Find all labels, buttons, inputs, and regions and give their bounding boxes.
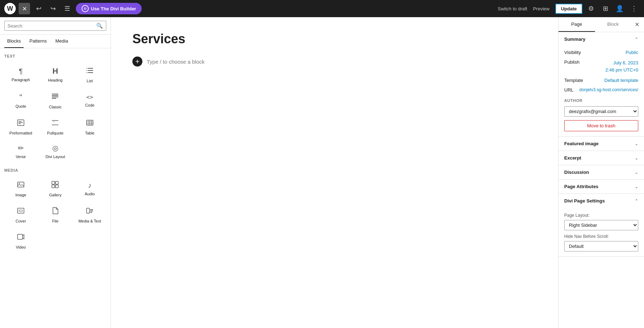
block-label-divi-layout: Divi Layout [45,155,65,159]
block-item-video[interactable]: Video [4,228,37,253]
undo-icon: ↩ [36,5,42,13]
page-attributes-header[interactable]: Page Attributes ⌄ [558,180,644,194]
block-item-divi-layout[interactable]: ◎ Divi Layout [39,140,72,162]
template-value[interactable]: Default template [604,78,638,83]
block-item-heading[interactable]: H Heading [39,62,72,87]
tab-page[interactable]: Page [558,17,595,32]
page-attributes-chevron-icon: ⌄ [635,184,638,189]
summary-section-header[interactable]: Summary ⌃ [558,32,644,46]
page-attributes-section: Page Attributes ⌄ [558,180,644,194]
svg-rect-9 [52,94,58,94]
page-title-input[interactable] [132,31,537,46]
svg-rect-24 [52,181,55,184]
featured-image-chevron-icon: ⌄ [635,141,638,146]
tab-blocks[interactable]: Blocks [4,35,24,48]
divi-settings-title: Divi Page Settings [564,198,605,204]
block-item-media-text[interactable]: Media & Text [73,202,106,227]
block-item-pullquote[interactable]: " Pullquote [39,114,72,139]
block-label-classic: Classic [49,105,62,109]
svg-rect-0 [87,68,87,69]
author-select[interactable]: deezgrafix@gmail.com [564,106,638,117]
svg-rect-15 [52,125,58,126]
block-item-code[interactable]: <> Code [73,88,106,113]
tab-patterns[interactable]: Patterns [26,35,49,48]
blocks-tabs: Blocks Patterns Media [0,35,111,48]
block-item-gallery[interactable]: Gallery [39,176,72,201]
block-item-cover[interactable]: Cover [4,202,37,227]
update-button[interactable]: Update [555,4,582,14]
svg-rect-22 [18,182,24,187]
move-to-trash-button[interactable]: Move to trash [564,120,638,131]
use-divi-builder-button[interactable]: D Use The Divi Builder [76,3,142,14]
search-input[interactable] [8,23,94,29]
block-label-media-text: Media & Text [78,219,101,223]
summary-title: Summary [564,36,585,42]
svg-rect-13 [19,123,21,124]
block-item-file[interactable]: File [39,202,72,227]
tab-block[interactable]: Block [595,17,631,32]
more-options-icon[interactable]: ⋮ [628,3,640,14]
search-input-wrap[interactable]: 🔍 [4,21,106,31]
divi-settings-header[interactable]: Divi Page Settings ⌃ [558,194,644,208]
undo-button[interactable]: ↩ [33,3,44,14]
svg-rect-12 [19,122,23,123]
list-block-icon [86,66,94,76]
add-block-button[interactable]: + [132,57,142,67]
block-item-quote[interactable]: " Quote [4,88,37,113]
wordpress-logo: W [4,3,16,14]
visibility-value[interactable]: Public [626,50,638,55]
block-item-table[interactable]: Table [73,114,106,139]
block-item-image[interactable]: Image [4,176,37,201]
block-item-classic[interactable]: Classic [39,88,72,113]
block-label-audio: Audio [85,192,95,196]
block-label-verse: Verse [16,155,26,159]
svg-rect-17 [87,120,93,125]
close-button[interactable]: ✕ [19,3,30,14]
visibility-label: Visibility [564,50,581,55]
publish-value[interactable]: July 6, 20232:46 pm UTC+0 [605,59,638,73]
settings-icon[interactable]: ⚙ [585,3,597,14]
svg-rect-3 [88,70,93,71]
discussion-header[interactable]: Discussion ⌄ [558,165,644,179]
template-label: Template [564,78,583,83]
page-layout-select[interactable]: Right Sidebar Left Sidebar Full Width No… [564,220,638,230]
right-panel-close-button[interactable]: ✕ [631,19,643,30]
block-placeholder[interactable]: + Type / to choose a block [132,52,537,71]
featured-image-header[interactable]: Featured image ⌄ [558,137,644,151]
discussion-title: Discussion [564,170,589,175]
topbar: W ✕ ↩ ↪ ☰ D Use The Divi Builder Switch … [0,0,644,17]
table-icon [86,118,94,128]
block-item-audio[interactable]: ♪ Audio [73,176,106,201]
tab-media[interactable]: Media [53,35,71,48]
discussion-chevron-icon: ⌄ [635,170,638,175]
media-text-icon [86,206,94,216]
svg-rect-30 [87,208,89,213]
paragraph-icon: ¶ [19,68,23,75]
svg-rect-1 [88,68,93,69]
list-view-button[interactable]: ☰ [62,3,73,14]
block-item-verse[interactable]: ✏ Verse [4,140,37,162]
search-icon: 🔍 [96,23,103,29]
block-item-preformatted[interactable]: Preformatted [4,114,37,139]
switch-to-draft-link[interactable]: Switch to draft [498,6,527,11]
media-blocks-grid: Image Gallery ♪ [4,176,106,253]
hide-nav-select[interactable]: Default Yes No [564,241,638,251]
person-icon[interactable]: 👤 [614,3,625,14]
url-value[interactable]: donjetv3.sg-host.com/services/ [579,87,638,92]
url-row: URL donjetv3.sg-host.com/services/ [564,85,638,95]
block-item-list[interactable]: List [73,62,106,87]
view-toggle-icon[interactable]: ⊞ [600,3,611,14]
redo-button[interactable]: ↪ [47,3,59,14]
svg-point-23 [19,183,20,184]
block-item-paragraph[interactable]: ¶ Paragraph [4,62,37,87]
divi-layout-icon: ◎ [52,145,58,152]
video-icon [16,232,25,242]
svg-rect-11 [19,121,21,122]
publish-row: Publish July 6, 20232:46 pm UTC+0 [564,57,638,75]
summary-section-body: Visibility Public Publish July 6, 20232:… [558,46,644,136]
preview-button[interactable]: Preview [530,5,552,13]
svg-rect-4 [87,72,87,73]
excerpt-header[interactable]: Excerpt ⌄ [558,151,644,165]
summary-section: Summary ⌃ Visibility Public Publish July… [558,32,644,137]
block-label-list: List [87,79,93,83]
